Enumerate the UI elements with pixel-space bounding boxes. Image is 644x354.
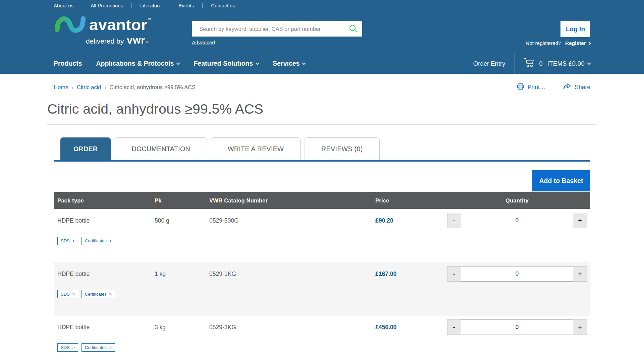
chevron-down-icon — [255, 61, 259, 65]
breadcrumb-current: Citric acid, anhydrous ≥99.5% ACS — [109, 84, 196, 91]
print-button[interactable]: Print… — [517, 82, 545, 92]
quantity-decrement-button[interactable]: - — [447, 213, 461, 228]
cart-count: 0 — [539, 60, 542, 67]
print-label: Print… — [528, 84, 545, 91]
sds-link[interactable]: SDS> — [57, 290, 78, 298]
cart-button[interactable]: 0 ITEMS £0.00 — [515, 58, 590, 69]
nav-item-services[interactable]: Services — [273, 60, 305, 67]
chevron-right-icon — [587, 41, 591, 45]
breadcrumb-citric-acid[interactable]: Citric acid — [77, 84, 101, 91]
quantity-stepper: - + — [447, 319, 587, 335]
price-value: £167.00 — [375, 271, 447, 278]
catalog-number-value: 0529-1KG — [209, 271, 375, 278]
share-icon — [563, 82, 572, 92]
search-button[interactable] — [344, 21, 362, 37]
nav-item-applications-protocols[interactable]: Applications & Protocols — [96, 60, 180, 67]
tab-order[interactable]: ORDER — [60, 137, 111, 160]
page-title: Citric acid, anhydrous ≥99.5% ACS — [47, 101, 590, 117]
breadcrumb-separator: › — [104, 84, 106, 90]
pk-value: 3 kg — [155, 324, 209, 331]
utility-link-events[interactable]: Events — [170, 3, 202, 8]
site-header: About us All Promotions Literature Event… — [0, 0, 644, 74]
quantity-input[interactable] — [461, 266, 573, 282]
certificates-link[interactable]: Certificates> — [82, 237, 115, 245]
quantity-input[interactable] — [461, 319, 573, 335]
utility-link-about-us[interactable]: About us — [54, 3, 82, 8]
quantity-stepper: - + — [447, 213, 587, 228]
utility-link-all-promotions[interactable]: All Promotions — [82, 3, 131, 8]
quantity-decrement-button[interactable]: - — [447, 319, 461, 335]
quantity-increment-button[interactable]: + — [573, 213, 587, 228]
certificates-link[interactable]: Certificates> — [82, 343, 115, 352]
tab-reviews[interactable]: REVIEWS (0) — [305, 137, 380, 160]
catalog-number-value: 0529-500G — [209, 217, 375, 224]
catalog-number-value: 0529-3KG — [209, 324, 375, 331]
pk-value: 500 g — [155, 217, 209, 224]
tab-bar: ORDER DOCUMENTATION WRITE A REVIEW REVIE… — [54, 137, 590, 160]
logo-subtitle: delivered by vwr ™ — [86, 36, 169, 45]
utility-nav: About us All Promotions Literature Event… — [54, 3, 244, 8]
printer-icon — [517, 82, 525, 92]
chevron-down-icon — [176, 61, 180, 65]
price-value: £456.00 — [375, 324, 447, 331]
table-header-row: Pack type Pk VWR Catalog Number Price Qu… — [54, 192, 590, 209]
divider — [47, 124, 597, 125]
nav-item-featured-solutions[interactable]: Featured Solutions — [194, 60, 259, 67]
share-label: Share — [575, 84, 590, 91]
utility-link-literature[interactable]: Literature — [132, 3, 170, 8]
column-header-pk: Pk — [155, 197, 209, 204]
search-icon — [349, 24, 358, 34]
breadcrumb-separator: › — [72, 84, 73, 90]
log-in-button[interactable]: Log In — [560, 21, 590, 37]
column-header-price: Price — [375, 197, 447, 204]
share-button[interactable]: Share — [563, 82, 590, 92]
logo-wordmark: avantor™ — [89, 17, 151, 33]
table-row: HDPE bottle 500 g 0529-500G £90.20 - + S… — [54, 209, 590, 262]
avantor-vwr-logo[interactable]: avantor™ delivered by vwr ™ — [54, 13, 169, 45]
column-header-quantity: Quantity — [447, 197, 590, 204]
search-bar — [192, 21, 362, 37]
product-table: Pack type Pk VWR Catalog Number Price Qu… — [54, 192, 590, 354]
not-registered-label: Not registered? — [526, 40, 561, 46]
quantity-increment-button[interactable]: + — [573, 319, 587, 335]
add-to-basket-button[interactable]: Add to Basket — [532, 170, 590, 191]
tab-write-a-review[interactable]: WRITE A REVIEW — [211, 137, 301, 160]
sds-link[interactable]: SDS> — [57, 237, 78, 245]
table-row: HDPE bottle 1 kg 0529-1KG £167.00 - + SD… — [54, 262, 590, 315]
sds-link[interactable]: SDS> — [57, 343, 78, 352]
active-tab-underline — [54, 160, 590, 162]
column-header-pack-type: Pack type — [54, 197, 155, 204]
quantity-decrement-button[interactable]: - — [447, 266, 461, 282]
breadcrumb-home[interactable]: Home — [54, 84, 68, 91]
main-content: Home › Citric acid › Citric acid, anhydr… — [54, 82, 590, 354]
cart-icon — [524, 58, 535, 69]
pack-type-value: HDPE bottle — [54, 324, 155, 331]
pk-value: 1 kg — [155, 271, 209, 278]
table-row: HDPE bottle 3 kg 0529-3KG £456.00 - + SD… — [54, 315, 590, 354]
breadcrumb: Home › Citric acid › Citric acid, anhydr… — [54, 84, 196, 91]
search-input[interactable] — [192, 21, 344, 37]
column-header-catalog-number: VWR Catalog Number — [209, 197, 375, 204]
register-link[interactable]: Register — [565, 40, 586, 46]
pack-type-value: HDPE bottle — [54, 271, 155, 278]
utility-link-contact-us[interactable]: Contact us — [203, 3, 244, 8]
main-nav: Products Applications & Protocols Featur… — [0, 53, 644, 74]
quantity-input[interactable] — [461, 213, 573, 228]
pack-type-value: HDPE bottle — [54, 217, 155, 224]
nav-item-products[interactable]: Products — [54, 60, 82, 67]
quantity-increment-button[interactable]: + — [573, 266, 587, 282]
price-value: £90.20 — [375, 217, 447, 224]
order-entry-link[interactable]: Order Entry — [473, 60, 515, 67]
certificates-link[interactable]: Certificates> — [82, 290, 115, 298]
tab-documentation[interactable]: DOCUMENTATION — [115, 137, 207, 160]
advanced-search-link[interactable]: Advanced — [192, 40, 215, 46]
chevron-down-icon — [587, 61, 591, 65]
avantor-swoosh-icon — [54, 13, 87, 36]
cart-total: ITEMS £0.00 — [547, 60, 585, 67]
quantity-stepper: - + — [447, 266, 587, 282]
chevron-down-icon — [302, 61, 306, 65]
